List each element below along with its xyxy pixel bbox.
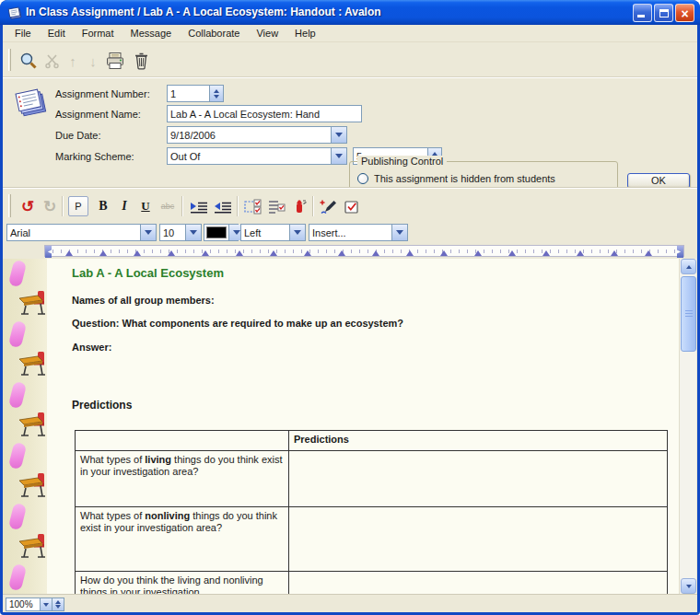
header-cell-empty[interactable] [76,431,289,450]
search-icon[interactable] [18,50,40,72]
scroll-down-button[interactable] [681,578,696,594]
ruler-tab-marker[interactable] [134,250,141,256]
ruler-tab-marker[interactable] [645,250,652,256]
select-marked-icon[interactable] [243,196,263,216]
desk-icon [18,531,47,561]
alignment-combo[interactable]: Left [240,224,306,241]
right-margin-marker[interactable] [677,246,683,258]
due-date-combo[interactable]: 9/18/2006 [167,126,347,144]
header-cell-predictions[interactable]: Predictions [289,431,667,450]
question-cell[interactable]: What types of living things do you think… [76,451,289,506]
scroll-up-button[interactable] [681,259,696,274]
list-marked-icon[interactable] [267,196,287,216]
ruler-tab-marker[interactable] [202,250,209,256]
ruler-tab-marker[interactable] [577,250,584,256]
scrollbar-thumb[interactable] [681,276,696,352]
assignment-icon [12,84,49,121]
undo-icon[interactable]: ↺ [18,196,38,216]
assignment-form: Assignment Number: 1 Assignment Name: La… [3,77,697,187]
toolbar-grip[interactable] [8,194,11,217]
ruler-tab-marker[interactable] [304,250,311,256]
answer-cell[interactable] [289,507,667,571]
stepper-arrows-icon[interactable] [52,598,64,610]
navigate-down-icon[interactable]: ↓ [82,50,104,72]
names-line: Names of all group members: [72,295,215,306]
italic-button[interactable]: I [114,196,134,216]
ruler-tab-marker[interactable] [168,250,175,256]
close-button[interactable]: × [675,4,694,22]
document-content[interactable]: Lab A - A Local Ecosystem Names of all g… [47,259,679,594]
assignment-number-stepper[interactable]: 1 [167,85,224,102]
font-color-combo[interactable] [204,224,239,241]
menu-edit[interactable]: Edit [40,26,74,41]
chevron-down-icon[interactable] [391,225,407,240]
chevron-down-icon[interactable] [289,225,305,240]
checkbox-checked-icon[interactable] [342,196,362,216]
ruler-tab-marker[interactable] [65,250,73,256]
underline-button[interactable]: U [135,196,156,216]
marker-pen-icon[interactable] [290,196,310,216]
delete-trash-icon[interactable] [130,50,152,72]
ruler-tab-marker[interactable] [508,250,516,256]
chevron-down-icon[interactable] [140,225,156,240]
desk-icon [18,349,47,378]
bold-button[interactable]: B [93,196,113,216]
vertical-scrollbar[interactable] [679,259,696,594]
assignment-number-label: Assignment Number: [55,88,150,99]
title-bar[interactable]: In Class Assignment / Lab A - A Local Ec… [0,0,700,25]
chevron-down-icon[interactable] [185,225,201,240]
radio-unselected-icon[interactable] [357,173,368,184]
minimize-button[interactable] [633,4,652,22]
ruler-tab-marker[interactable] [440,250,448,256]
question-cell[interactable]: How do you think the living and nonlivin… [76,572,289,594]
answer-cell[interactable] [289,451,667,506]
menu-collaborate[interactable]: Collaborate [180,26,248,41]
margin-decoration [3,441,47,502]
paragraph-style-button[interactable]: P [68,196,88,216]
scissors-icon[interactable] [41,50,64,72]
zoom-control[interactable]: 100% [6,598,64,611]
ruler-tab-marker[interactable] [474,250,482,256]
ruler-tab-marker[interactable] [236,250,243,256]
chevron-down-icon[interactable] [331,127,346,143]
ruler-tab-marker[interactable] [542,250,550,256]
clear-formatting-button[interactable]: abc [158,196,178,216]
insert-combo[interactable]: Insert... [309,224,408,241]
navigate-up-icon[interactable]: ↑ [62,50,84,72]
indent-increase-icon[interactable] [189,196,209,216]
menu-help[interactable]: Help [286,26,324,41]
maximize-button[interactable] [654,4,673,22]
print-icon[interactable] [104,50,126,72]
ruler-strip[interactable] [44,245,684,257]
question-line: Question: What components are required t… [72,318,403,329]
indent-decrease-icon[interactable] [213,196,233,216]
font-color-swatch [206,226,227,238]
left-margin-marker[interactable] [45,246,52,258]
menu-message[interactable]: Message [122,26,181,41]
ruler-tab-marker[interactable] [406,250,414,256]
question-cell[interactable]: What types of nonliving things do you th… [76,507,289,571]
chevron-down-icon[interactable] [40,598,52,610]
stepper-arrows-icon[interactable] [209,86,223,101]
eraser-icon [8,320,27,349]
radio-hidden-option[interactable]: This assignment is hidden from students [357,173,555,184]
desk-icon [18,288,47,318]
menu-file[interactable]: File [6,26,40,41]
add-annotation-pen-icon[interactable] [319,196,339,216]
menu-view[interactable]: View [248,26,286,41]
toolbar-grip[interactable] [8,49,11,71]
document-editor[interactable]: Lab A - A Local Ecosystem Names of all g… [3,259,679,594]
font-family-combo[interactable]: Arial [6,224,157,241]
marking-scheme-combo[interactable]: Out Of [167,147,347,165]
chevron-down-icon[interactable] [331,148,346,164]
ruler-tab-marker[interactable] [611,250,618,256]
answer-cell[interactable] [289,572,667,594]
menu-format[interactable]: Format [74,26,122,41]
ruler-tab-marker[interactable] [372,250,379,256]
ruler-tab-marker[interactable] [270,250,277,256]
ruler-tab-marker[interactable] [338,250,345,256]
font-size-combo[interactable]: 10 [159,224,202,241]
redo-icon[interactable]: ↻ [40,196,60,216]
ruler-tab-marker[interactable] [99,250,107,256]
assignment-name-input[interactable]: Lab A - A Local Ecosystem: Hand [167,105,362,122]
